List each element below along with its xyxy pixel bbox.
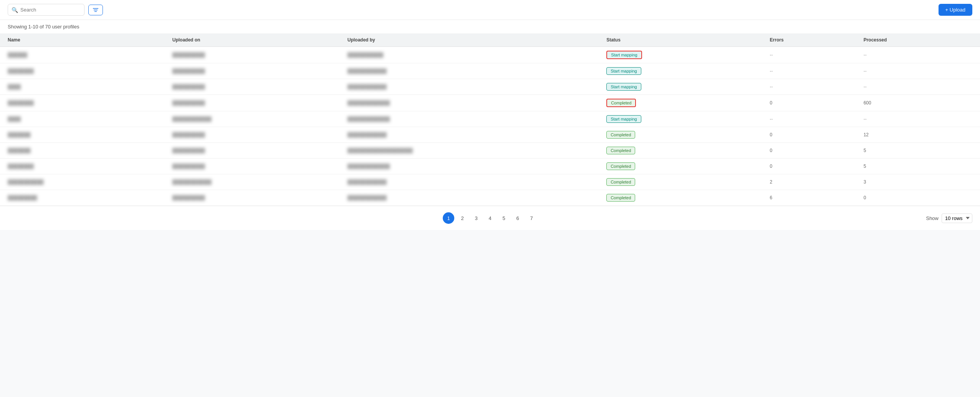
page-button-4[interactable]: 4 xyxy=(484,212,496,224)
status-badge[interactable]: Completed xyxy=(606,162,635,170)
page-buttons: 1234567 xyxy=(443,212,537,224)
cell-uploaded-on: ████████████ xyxy=(165,174,340,190)
cell-status[interactable]: Completed xyxy=(599,127,762,143)
col-status: Status xyxy=(599,33,762,47)
pagination: 1234567 Show 10 rows25 rows50 rows xyxy=(0,206,980,230)
table-row: ████ ████████████ █████████████ Start ma… xyxy=(0,111,980,127)
cell-processed: -- xyxy=(856,63,980,79)
table-row: ███████ ██████████ ████████████████████ … xyxy=(0,143,980,159)
show-label: Show xyxy=(926,215,939,221)
top-bar: 🔍 + Upload xyxy=(0,0,980,20)
cell-name: ████████ xyxy=(0,95,165,111)
table-row: ███████████ ████████████ ████████████ Co… xyxy=(0,174,980,190)
table-header-row: Name Uploaded on Uploaded by Status Erro… xyxy=(0,33,980,47)
cell-uploaded-by: ████████████ xyxy=(340,127,599,143)
status-badge[interactable]: Completed xyxy=(606,194,635,202)
cell-status[interactable]: Completed xyxy=(599,143,762,159)
cell-errors: -- xyxy=(762,63,856,79)
cell-errors: 0 xyxy=(762,95,856,111)
col-uploaded-on: Uploaded on xyxy=(165,33,340,47)
search-icon: 🔍 xyxy=(12,7,18,13)
status-badge[interactable]: Completed xyxy=(606,178,635,186)
cell-name: █████████ xyxy=(0,190,165,206)
cell-errors: -- xyxy=(762,47,856,63)
filter-button[interactable] xyxy=(88,5,103,15)
table-container: Name Uploaded on Uploaded by Status Erro… xyxy=(0,33,980,206)
cell-processed: 5 xyxy=(856,159,980,174)
table-row: █████████ ██████████ ████████████ Comple… xyxy=(0,190,980,206)
cell-uploaded-on: ████████████ xyxy=(165,111,340,127)
cell-processed: 12 xyxy=(856,127,980,143)
status-badge[interactable]: Completed xyxy=(606,131,635,139)
cell-uploaded-on: ██████████ xyxy=(165,159,340,174)
cell-errors: 2 xyxy=(762,174,856,190)
cell-uploaded-on: ██████████ xyxy=(165,127,340,143)
cell-uploaded-by: ████████████ xyxy=(340,63,599,79)
cell-processed: 0 xyxy=(856,190,980,206)
cell-uploaded-on: ██████████ xyxy=(165,79,340,95)
page-button-6[interactable]: 6 xyxy=(512,212,523,224)
cell-name: ████ xyxy=(0,79,165,95)
page-button-7[interactable]: 7 xyxy=(526,212,537,224)
data-table: Name Uploaded on Uploaded by Status Erro… xyxy=(0,33,980,206)
cell-uploaded-on: ██████████ xyxy=(165,47,340,63)
cell-processed: -- xyxy=(856,79,980,95)
table-row: ████████ ██████████ █████████████ Comple… xyxy=(0,95,980,111)
show-rows-control: Show 10 rows25 rows50 rows xyxy=(926,213,972,223)
status-badge[interactable]: Start mapping xyxy=(606,51,642,59)
cell-processed: 3 xyxy=(856,174,980,190)
status-badge[interactable]: Start mapping xyxy=(606,83,641,91)
cell-uploaded-by: ████████████ xyxy=(340,79,599,95)
col-name: Name xyxy=(0,33,165,47)
status-badge[interactable]: Completed xyxy=(606,99,636,107)
page-button-5[interactable]: 5 xyxy=(498,212,510,224)
cell-status[interactable]: Completed xyxy=(599,190,762,206)
filter-icon xyxy=(93,7,99,13)
page-button-3[interactable]: 3 xyxy=(470,212,482,224)
cell-uploaded-by: ████████████ xyxy=(340,190,599,206)
cell-uploaded-by: █████████████ xyxy=(340,111,599,127)
cell-status[interactable]: Completed xyxy=(599,159,762,174)
upload-label: + Upload xyxy=(945,7,965,13)
cell-name: ███████ xyxy=(0,127,165,143)
subtitle-text: Showing 1-10 of 70 user profiles xyxy=(8,24,79,30)
page-button-2[interactable]: 2 xyxy=(457,212,468,224)
cell-name: ███████████ xyxy=(0,174,165,190)
status-badge[interactable]: Start mapping xyxy=(606,67,641,75)
col-errors: Errors xyxy=(762,33,856,47)
cell-name: ████████ xyxy=(0,63,165,79)
cell-errors: 0 xyxy=(762,127,856,143)
upload-button[interactable]: + Upload xyxy=(939,4,972,16)
cell-name: ██████ xyxy=(0,47,165,63)
cell-uploaded-by: ███████████ xyxy=(340,47,599,63)
table-row: ████████ ██████████ ████████████ Start m… xyxy=(0,63,980,79)
cell-uploaded-by: █████████████ xyxy=(340,95,599,111)
cell-errors: -- xyxy=(762,111,856,127)
cell-status[interactable]: Start mapping xyxy=(599,79,762,95)
search-wrapper: 🔍 xyxy=(8,4,84,16)
cell-name: ███████ xyxy=(0,143,165,159)
status-badge[interactable]: Completed xyxy=(606,147,635,154)
cell-status[interactable]: Completed xyxy=(599,174,762,190)
cell-errors: 0 xyxy=(762,143,856,159)
cell-processed: 5 xyxy=(856,143,980,159)
cell-processed: 600 xyxy=(856,95,980,111)
rows-select[interactable]: 10 rows25 rows50 rows xyxy=(942,213,972,223)
table-row: ███████ ██████████ ████████████ Complete… xyxy=(0,127,980,143)
cell-errors: -- xyxy=(762,79,856,95)
search-input[interactable] xyxy=(8,4,84,16)
status-badge[interactable]: Start mapping xyxy=(606,115,641,123)
table-row: ████████ ██████████ █████████████ Comple… xyxy=(0,159,980,174)
page-button-1[interactable]: 1 xyxy=(443,212,454,224)
cell-name: ████████ xyxy=(0,159,165,174)
cell-status[interactable]: Start mapping xyxy=(599,111,762,127)
cell-status[interactable]: Completed xyxy=(599,95,762,111)
cell-processed: -- xyxy=(856,47,980,63)
cell-uploaded-by: ████████████████████ xyxy=(340,143,599,159)
cell-processed: -- xyxy=(856,111,980,127)
cell-status[interactable]: Start mapping xyxy=(599,63,762,79)
cell-uploaded-by: █████████████ xyxy=(340,159,599,174)
cell-uploaded-on: ██████████ xyxy=(165,143,340,159)
cell-status[interactable]: Start mapping xyxy=(599,47,762,63)
cell-errors: 6 xyxy=(762,190,856,206)
